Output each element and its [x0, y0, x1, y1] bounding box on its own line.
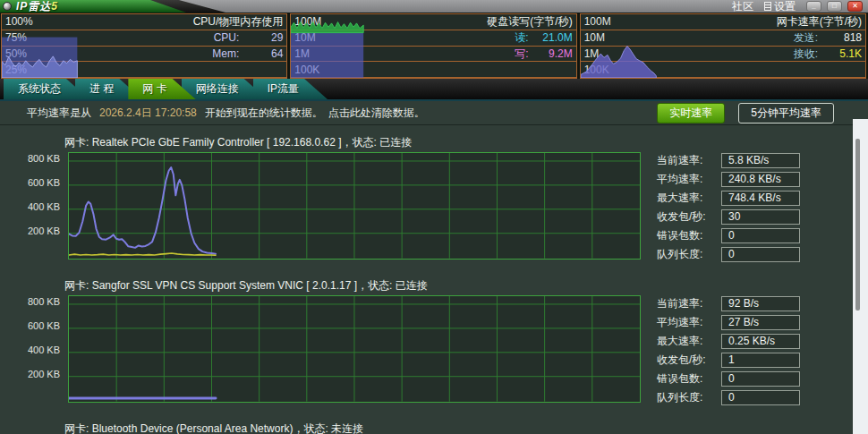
error-packets-value: 0 [721, 228, 800, 243]
send-label: 发送: [794, 32, 818, 43]
panel-nic-rate: 100M 网卡速率(字节/秒) 10M 发送:818 1M 接收:5.1K 10… [580, 13, 866, 79]
receive-label: 接收: [794, 48, 818, 59]
y-tick: 400 KB [17, 345, 60, 355]
scale-label: 100K [584, 64, 609, 75]
cpu-value: 29 [245, 32, 283, 43]
error-packets-value: 0 [721, 371, 800, 387]
y-tick: 600 KB [17, 321, 60, 331]
close-button[interactable]: ✕ [847, 1, 863, 12]
traffic-chart-realtek: 800 KB 600 KB 400 KB 200 KB [68, 152, 641, 258]
info-prefix: 平均速率是从 [27, 106, 91, 119]
stat-label: 最大速率: [657, 334, 721, 349]
settings-button[interactable]: 设置 [764, 0, 796, 14]
mem-value: 64 [245, 48, 283, 59]
info-suffix: 开始到现在的统计数据。 [205, 106, 323, 119]
panel-title: 网卡速率(字节/秒) [777, 16, 862, 27]
y-tick: 800 KB [17, 154, 60, 164]
vertical-scrollbar[interactable] [853, 119, 868, 434]
packets-per-sec-value: 1 [721, 353, 800, 368]
clear-data-hint: 点击此处清除数据。 [328, 106, 425, 119]
stats-start-datetime: 2026.2.4日 17:20:58 [99, 106, 197, 119]
radar-icon [3, 2, 12, 11]
adapter-header: 网卡: Sangfor SSL VPN CS Support System VN… [0, 277, 868, 294]
average-rate-value: 240.8 KB/s [721, 172, 800, 187]
scale-label: 75% [5, 32, 27, 43]
scale-label: 50% [5, 48, 27, 59]
maximize-button[interactable]: □ [827, 1, 842, 12]
y-tick: 400 KB [17, 202, 60, 212]
app-title-main: IP雷达 [16, 0, 51, 13]
scale-label: 1M [294, 48, 310, 59]
settings-icon [764, 2, 771, 11]
adapter-list: 网卡: Realtek PCIe GbE Family Controller [… [0, 125, 868, 434]
scale-label: 100% [5, 16, 33, 27]
panel-title: CPU/物理内存使用 [193, 16, 284, 27]
scale-label: 1M [584, 48, 600, 59]
five-min-average-button[interactable]: 5分钟平均速率 [738, 103, 834, 123]
stat-label: 当前速率: [657, 296, 721, 311]
scale-label: 10M [584, 32, 605, 43]
adapter-section-bluetooth: 网卡: Bluetooth Device (Personal Area Netw… [0, 421, 868, 434]
cpu-label: CPU: [214, 32, 240, 43]
stat-label: 队列长度: [657, 247, 721, 262]
top-panels-row: 100% CPU/物理内存使用 75% CPU:29 50% Mem:64 25… [0, 13, 868, 79]
y-tick: 200 KB [17, 226, 60, 236]
adapter-stats: 当前速率:92 B/s 平均速率:27 B/s 最大速率:0.25 KB/s 收… [657, 295, 800, 405]
adapter-stats: 当前速率:5.8 KB/s 平均速率:240.8 KB/s 最大速率:748.4… [657, 152, 800, 262]
panel-title: 硬盘读写(字节/秒) [487, 16, 572, 27]
adapter-header: 网卡: Realtek PCIe GbE Family Controller [… [0, 134, 868, 150]
write-label: 写: [515, 48, 528, 59]
y-tick: 800 KB [17, 297, 60, 307]
tab-strip: 系统状态 进 程 网 卡 网络连接 IP流量 [0, 79, 868, 101]
average-rate-value: 27 B/s [721, 315, 800, 330]
scale-label: 100K [294, 64, 319, 75]
y-tick: 600 KB [17, 178, 60, 188]
average-rate-text[interactable]: 平均速率是从2026.2.4日 17:20:58开始到现在的统计数据。点击此处清… [27, 106, 425, 121]
stat-label: 平均速率: [657, 315, 721, 330]
read-value: 21.0M [535, 32, 573, 43]
realtime-rate-button[interactable]: 实时速率 [657, 103, 725, 123]
panel-cpu-mem: 100% CPU/物理内存使用 75% CPU:29 50% Mem:64 25… [1, 13, 287, 79]
traffic-chart-sangfor: 800 KB 600 KB 400 KB 200 KB [68, 295, 641, 401]
y-tick: 200 KB [17, 370, 60, 379]
queue-length-value: 0 [721, 247, 800, 262]
adapter-section-realtek: 网卡: Realtek PCIe GbE Family Controller [… [0, 134, 868, 262]
stat-label: 收发包/秒: [657, 353, 721, 368]
community-link[interactable]: 社区 [732, 0, 753, 14]
settings-label: 设置 [774, 0, 796, 14]
packets-per-sec-value: 30 [721, 209, 800, 225]
mem-label: Mem: [212, 48, 239, 59]
scale-label: 100M [294, 16, 321, 27]
scrollbar-thumb[interactable] [855, 139, 860, 311]
stat-label: 平均速率: [657, 172, 721, 187]
receive-value: 5.1K [824, 48, 862, 59]
app-title-version: 5 [51, 0, 58, 13]
tab-ip-traffic[interactable]: IP流量 [253, 79, 328, 99]
stat-label: 最大速率: [657, 191, 721, 206]
stat-label: 队列长度: [657, 390, 721, 405]
titlebar: IP雷达5 社区 设置 _ □ ✕ [0, 0, 868, 13]
stat-label: 错误包数: [657, 371, 721, 387]
read-label: 读: [515, 32, 528, 43]
max-rate-value: 0.25 KB/s [721, 334, 800, 349]
scale-label: 100M [584, 16, 611, 27]
stat-label: 错误包数: [657, 228, 721, 243]
scale-label: 10M [294, 32, 315, 43]
line-chart [68, 295, 641, 403]
adapter-section-sangfor: 网卡: Sangfor SSL VPN CS Support System VN… [0, 277, 868, 405]
current-rate-value: 92 B/s [721, 296, 800, 311]
minimize-button[interactable]: _ [806, 1, 821, 12]
current-rate-value: 5.8 KB/s [721, 153, 800, 168]
stat-label: 当前速率: [657, 153, 721, 168]
send-value: 818 [824, 32, 862, 43]
stat-label: 收发包/秒: [657, 209, 721, 225]
scale-label: 25% [5, 64, 27, 75]
queue-length-value: 0 [721, 390, 800, 405]
max-rate-value: 748.4 KB/s [721, 191, 800, 206]
write-value: 9.2M [535, 48, 573, 59]
app-title: IP雷达5 [16, 0, 58, 14]
adapter-header: 网卡: Bluetooth Device (Personal Area Netw… [0, 421, 868, 434]
panel-disk-io: 100M 硬盘读写(字节/秒) 10M 读:21.0M 1M 写:9.2M 10… [290, 13, 576, 79]
info-bar: 平均速率是从2026.2.4日 17:20:58开始到现在的统计数据。点击此处清… [0, 101, 868, 125]
line-chart [68, 152, 641, 260]
